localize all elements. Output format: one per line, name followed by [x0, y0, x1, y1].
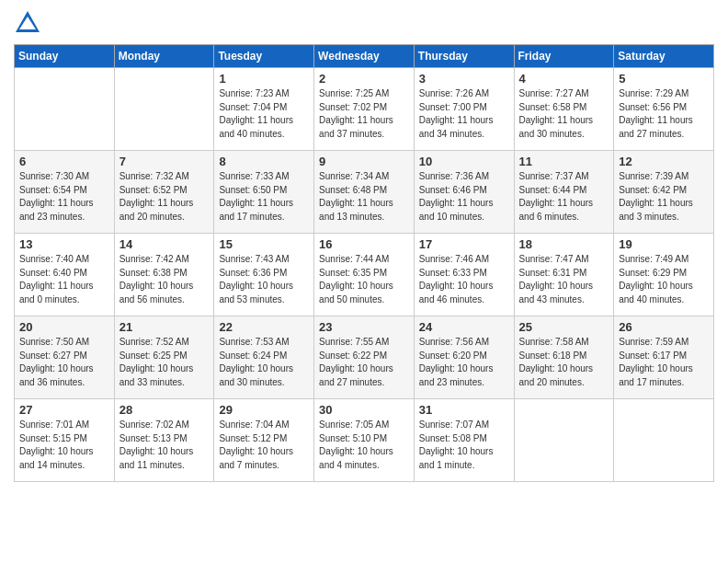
week-row: 27Sunrise: 7:01 AM Sunset: 5:15 PM Dayli…	[15, 399, 714, 482]
day-info: Sunrise: 7:47 AM Sunset: 6:31 PM Dayligh…	[519, 253, 609, 306]
calendar-table: SundayMondayTuesdayWednesdayThursdayFrid…	[14, 44, 714, 482]
calendar-cell: 26Sunrise: 7:59 AM Sunset: 6:17 PM Dayli…	[614, 316, 714, 399]
calendar-cell: 6Sunrise: 7:30 AM Sunset: 6:54 PM Daylig…	[15, 151, 115, 234]
col-header-wednesday: Wednesday	[314, 45, 415, 68]
day-info: Sunrise: 7:34 AM Sunset: 6:48 PM Dayligh…	[319, 170, 409, 224]
day-number: 10	[419, 155, 509, 168]
calendar-cell	[15, 68, 115, 151]
page-header	[14, 9, 714, 37]
col-header-friday: Friday	[514, 45, 614, 68]
day-number: 14	[119, 237, 210, 251]
day-info: Sunrise: 7:58 AM Sunset: 6:18 PM Dayligh…	[519, 336, 609, 389]
calendar-cell: 8Sunrise: 7:33 AM Sunset: 6:50 PM Daylig…	[214, 151, 314, 234]
day-info: Sunrise: 7:37 AM Sunset: 6:44 PM Dayligh…	[519, 170, 609, 224]
day-info: Sunrise: 7:46 AM Sunset: 6:33 PM Dayligh…	[419, 253, 509, 306]
day-number: 20	[19, 320, 109, 334]
calendar-cell: 21Sunrise: 7:52 AM Sunset: 6:25 PM Dayli…	[114, 316, 214, 399]
calendar-cell: 22Sunrise: 7:53 AM Sunset: 6:24 PM Dayli…	[214, 316, 314, 399]
calendar-cell: 1Sunrise: 7:23 AM Sunset: 7:04 PM Daylig…	[214, 68, 314, 151]
calendar-cell: 27Sunrise: 7:01 AM Sunset: 5:15 PM Dayli…	[15, 399, 115, 482]
calendar-cell: 30Sunrise: 7:05 AM Sunset: 5:10 PM Dayli…	[314, 399, 415, 482]
calendar-cell: 15Sunrise: 7:43 AM Sunset: 6:36 PM Dayli…	[214, 234, 314, 316]
week-row: 20Sunrise: 7:50 AM Sunset: 6:27 PM Dayli…	[15, 316, 714, 399]
day-info: Sunrise: 7:55 AM Sunset: 6:22 PM Dayligh…	[319, 336, 409, 389]
day-number: 15	[219, 237, 309, 251]
col-header-tuesday: Tuesday	[214, 45, 314, 68]
col-header-sunday: Sunday	[15, 45, 115, 68]
calendar-cell: 20Sunrise: 7:50 AM Sunset: 6:27 PM Dayli…	[15, 316, 115, 399]
day-number: 13	[19, 237, 109, 251]
day-info: Sunrise: 7:39 AM Sunset: 6:42 PM Dayligh…	[619, 170, 709, 224]
week-row: 6Sunrise: 7:30 AM Sunset: 6:54 PM Daylig…	[15, 151, 714, 234]
day-info: Sunrise: 7:26 AM Sunset: 7:00 PM Dayligh…	[419, 87, 509, 141]
calendar-cell: 14Sunrise: 7:42 AM Sunset: 6:38 PM Dayli…	[114, 234, 214, 316]
day-number: 17	[419, 237, 509, 251]
week-row: 1Sunrise: 7:23 AM Sunset: 7:04 PM Daylig…	[15, 68, 714, 151]
day-info: Sunrise: 7:32 AM Sunset: 6:52 PM Dayligh…	[119, 170, 210, 224]
day-number: 23	[319, 320, 409, 334]
day-number: 2	[319, 72, 409, 86]
day-number: 16	[319, 237, 409, 251]
day-info: Sunrise: 7:04 AM Sunset: 5:12 PM Dayligh…	[219, 419, 309, 472]
calendar-cell: 25Sunrise: 7:58 AM Sunset: 6:18 PM Dayli…	[514, 316, 614, 399]
day-number: 9	[319, 155, 409, 168]
calendar-cell: 29Sunrise: 7:04 AM Sunset: 5:12 PM Dayli…	[214, 399, 314, 482]
day-number: 7	[119, 155, 210, 168]
day-number: 19	[619, 237, 709, 251]
logo-icon	[14, 9, 41, 37]
day-number: 11	[519, 155, 609, 168]
day-number: 25	[519, 320, 609, 334]
day-number: 8	[219, 155, 309, 168]
calendar-cell: 23Sunrise: 7:55 AM Sunset: 6:22 PM Dayli…	[314, 316, 415, 399]
day-info: Sunrise: 7:25 AM Sunset: 7:02 PM Dayligh…	[319, 87, 409, 141]
day-info: Sunrise: 7:33 AM Sunset: 6:50 PM Dayligh…	[219, 170, 309, 224]
calendar-cell: 31Sunrise: 7:07 AM Sunset: 5:08 PM Dayli…	[414, 399, 514, 482]
day-number: 1	[219, 72, 309, 86]
day-info: Sunrise: 7:23 AM Sunset: 7:04 PM Dayligh…	[219, 87, 309, 141]
calendar-cell: 2Sunrise: 7:25 AM Sunset: 7:02 PM Daylig…	[314, 68, 415, 151]
day-info: Sunrise: 7:42 AM Sunset: 6:38 PM Dayligh…	[119, 253, 210, 306]
day-info: Sunrise: 7:30 AM Sunset: 6:54 PM Dayligh…	[19, 170, 109, 224]
day-info: Sunrise: 7:29 AM Sunset: 6:56 PM Dayligh…	[619, 87, 709, 141]
day-info: Sunrise: 7:44 AM Sunset: 6:35 PM Dayligh…	[319, 253, 409, 306]
day-number: 3	[419, 72, 509, 86]
calendar-cell: 7Sunrise: 7:32 AM Sunset: 6:52 PM Daylig…	[114, 151, 214, 234]
calendar-cell: 5Sunrise: 7:29 AM Sunset: 6:56 PM Daylig…	[614, 68, 714, 151]
day-info: Sunrise: 7:56 AM Sunset: 6:20 PM Dayligh…	[419, 336, 509, 389]
calendar-cell: 12Sunrise: 7:39 AM Sunset: 6:42 PM Dayli…	[614, 151, 714, 234]
day-info: Sunrise: 7:43 AM Sunset: 6:36 PM Dayligh…	[219, 253, 309, 306]
day-number: 26	[619, 320, 709, 334]
calendar-cell	[614, 399, 714, 482]
day-info: Sunrise: 7:01 AM Sunset: 5:15 PM Dayligh…	[19, 419, 109, 472]
week-row: 13Sunrise: 7:40 AM Sunset: 6:40 PM Dayli…	[15, 234, 714, 316]
day-info: Sunrise: 7:52 AM Sunset: 6:25 PM Dayligh…	[119, 336, 210, 389]
day-number: 6	[19, 155, 109, 168]
day-number: 21	[119, 320, 210, 334]
day-number: 22	[219, 320, 309, 334]
day-number: 5	[619, 72, 709, 86]
calendar-cell: 4Sunrise: 7:27 AM Sunset: 6:58 PM Daylig…	[514, 68, 614, 151]
calendar-cell: 18Sunrise: 7:47 AM Sunset: 6:31 PM Dayli…	[514, 234, 614, 316]
day-number: 12	[619, 155, 709, 168]
day-info: Sunrise: 7:53 AM Sunset: 6:24 PM Dayligh…	[219, 336, 309, 389]
day-number: 31	[419, 403, 509, 417]
day-info: Sunrise: 7:05 AM Sunset: 5:10 PM Dayligh…	[319, 419, 409, 472]
calendar-cell	[114, 68, 214, 151]
day-number: 18	[519, 237, 609, 251]
day-info: Sunrise: 7:40 AM Sunset: 6:40 PM Dayligh…	[19, 253, 109, 306]
calendar-cell: 16Sunrise: 7:44 AM Sunset: 6:35 PM Dayli…	[314, 234, 415, 316]
day-info: Sunrise: 7:07 AM Sunset: 5:08 PM Dayligh…	[419, 419, 509, 472]
day-info: Sunrise: 7:27 AM Sunset: 6:58 PM Dayligh…	[519, 87, 609, 141]
day-number: 29	[219, 403, 309, 417]
day-info: Sunrise: 7:36 AM Sunset: 6:46 PM Dayligh…	[419, 170, 509, 224]
day-number: 24	[419, 320, 509, 334]
calendar-cell: 19Sunrise: 7:49 AM Sunset: 6:29 PM Dayli…	[614, 234, 714, 316]
calendar-cell: 9Sunrise: 7:34 AM Sunset: 6:48 PM Daylig…	[314, 151, 415, 234]
calendar-cell	[514, 399, 614, 482]
header-row: SundayMondayTuesdayWednesdayThursdayFrid…	[15, 45, 714, 68]
day-number: 28	[119, 403, 210, 417]
day-info: Sunrise: 7:50 AM Sunset: 6:27 PM Dayligh…	[19, 336, 109, 389]
day-number: 27	[19, 403, 109, 417]
calendar-cell: 3Sunrise: 7:26 AM Sunset: 7:00 PM Daylig…	[414, 68, 514, 151]
col-header-thursday: Thursday	[414, 45, 514, 68]
